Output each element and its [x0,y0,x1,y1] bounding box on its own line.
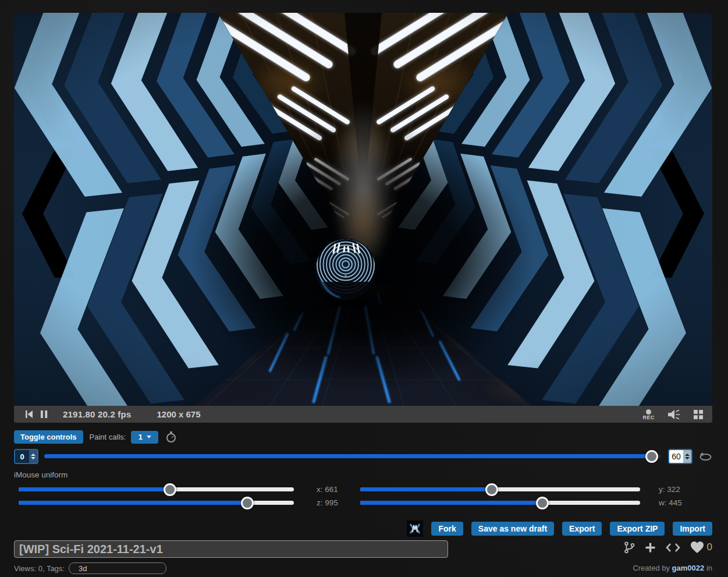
time-slider-track[interactable] [44,454,661,458]
time-slider-row: 0 60 [14,449,712,463]
record-icon[interactable]: REC [642,409,655,420]
paint-calls-value: 1 [139,433,143,441]
code-icon[interactable] [666,543,680,553]
tags-input[interactable] [69,562,166,574]
export-zip-button[interactable]: Export ZIP [610,522,665,536]
imouse-w-thumb[interactable] [536,497,549,509]
time-slider-fill [44,454,652,458]
imouse-z-slider[interactable] [19,497,294,509]
record-dot-icon [646,409,651,415]
actions-row: Fork Save as new draft Export Export ZIP… [407,521,712,537]
plus-icon[interactable] [645,542,656,553]
imouse-w-track[interactable] [360,501,640,505]
stopwatch-icon[interactable] [165,431,177,443]
imouse-z-fill [19,501,247,505]
export-button[interactable]: Export [562,522,602,536]
created-by-label: Created by [633,564,670,572]
imouse-y-fill [360,487,492,491]
footer-left: Views: 0, Tags: [14,562,166,574]
paint-calls-label: Paint calls: [90,433,126,441]
volume-icon[interactable] [667,409,681,420]
save-as-new-draft-button[interactable]: Save as new draft [471,522,554,536]
views-tags-label: Views: 0, Tags: [14,564,65,573]
imouse-z-thumb[interactable] [241,497,254,509]
time-min-stepper[interactable]: 0 [14,449,38,464]
shadertoy-editor-page: 2191.80 20.2 fps 1200 x 675 REC Toggle c… [0,0,728,577]
loop-icon[interactable] [698,452,712,461]
author-link[interactable]: gam0022 [672,564,705,572]
title-icons: 0 [624,541,712,554]
imouse-w-fill [360,501,542,505]
time-max-spinner[interactable] [683,450,691,463]
fork-button[interactable]: Fork [431,522,463,536]
controls-row: Toggle controls Paint calls: 1 [14,430,177,444]
shader-title-input[interactable] [14,540,448,558]
import-button[interactable]: Import [673,522,712,536]
imouse-y-thumb[interactable] [485,483,498,496]
time-slider[interactable] [44,450,661,463]
tunnel-render [14,13,712,406]
time-min-spinner[interactable] [29,450,37,463]
time-slider-thumb[interactable] [645,450,658,463]
imouse-y-track[interactable] [360,487,640,491]
imouse-z-value: z: 995 [317,497,338,509]
like-control[interactable]: 0 [690,541,712,554]
shader-thumbnail-icon[interactable] [407,521,423,537]
toggle-controls-button[interactable]: Toggle controls [14,430,83,444]
fullscreen-icon[interactable] [694,410,703,419]
imouse-uniform-label: iMouse uniform [14,470,68,479]
heart-icon [690,541,704,554]
git-branch-icon[interactable] [624,541,635,554]
imouse-w-slider[interactable] [360,497,640,509]
imouse-x-track[interactable] [19,487,294,491]
imouse-y-value: y: 322 [659,483,680,496]
imouse-y-slider[interactable] [360,483,640,496]
playback-bar: 2191.80 20.2 fps 1200 x 675 REC [14,406,712,423]
chevron-down-icon [147,436,151,438]
time-max-stepper[interactable]: 60 [668,449,693,464]
paint-calls-dropdown[interactable]: 1 [131,431,158,444]
shader-preview-canvas[interactable] [14,13,712,406]
pause-icon[interactable] [41,410,48,418]
imouse-x-fill [19,487,170,491]
created-by-suffix: in [706,564,712,572]
imouse-w-value: w: 445 [659,497,682,509]
time-min-value: 0 [15,450,29,463]
created-by-line: Created by gam0022 in [633,564,712,572]
skip-to-start-icon[interactable] [26,410,33,418]
time-fps-readout: 2191.80 20.2 fps [63,409,131,419]
imouse-x-slider[interactable] [19,483,294,496]
imouse-x-value: x: 661 [317,483,338,496]
resolution-readout: 1200 x 675 [157,409,200,419]
time-max-value: 60 [669,450,683,463]
record-label: REC [642,415,655,420]
like-count: 0 [707,541,712,553]
imouse-x-thumb[interactable] [164,483,176,496]
